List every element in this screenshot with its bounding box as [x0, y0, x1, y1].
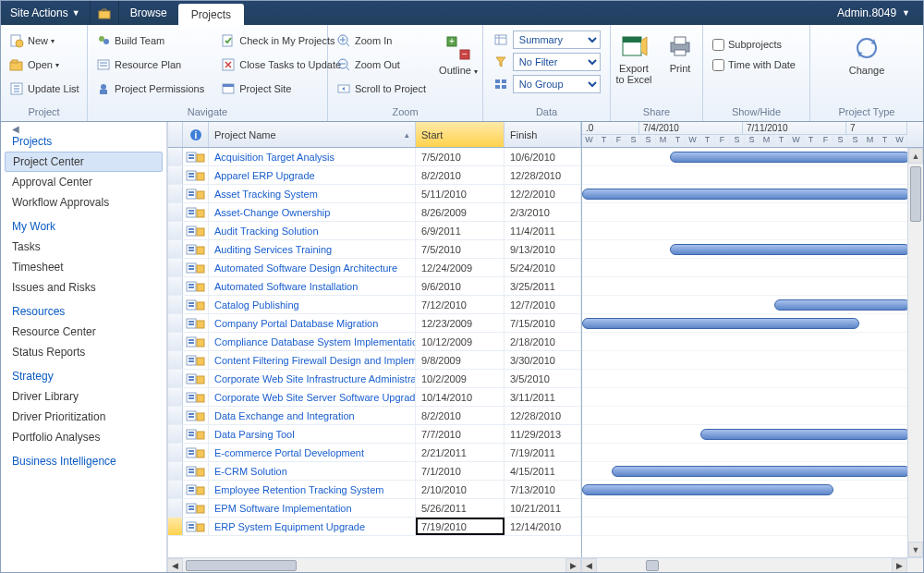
user-menu[interactable]: Admin.8049 ▼ — [824, 1, 923, 25]
table-row[interactable]: Employee Retention Tracking System2/10/2… — [168, 481, 581, 499]
time-with-date-checkbox[interactable]: Time with Date — [703, 55, 809, 75]
table-row[interactable]: Apparel ERP Upgrade8/2/201012/28/2010 — [168, 166, 581, 185]
sidebar-section-head[interactable]: Resources — [1, 298, 166, 322]
sidebar-section-head[interactable]: Projects — [1, 128, 166, 152]
start-cell[interactable]: 7/1/2010 — [416, 462, 505, 480]
start-cell[interactable]: 8/26/2009 — [416, 203, 505, 221]
sidebar-item[interactable]: Timesheet — [1, 257, 166, 277]
open-button[interactable]: Open▾ — [3, 55, 85, 75]
project-name-link[interactable]: Catalog Publishing — [209, 296, 416, 313]
finish-cell[interactable]: 3/25/2011 — [505, 277, 581, 295]
gantt-hscroll[interactable]: ◀ ▶ — [581, 558, 923, 573]
row-header[interactable] — [168, 499, 183, 517]
table-row[interactable]: Content Filtering Firewall Design and Im… — [168, 351, 581, 370]
row-header[interactable] — [168, 185, 183, 202]
project-name-link[interactable]: Audit Tracking Solution — [209, 222, 416, 239]
sidebar-item[interactable]: Portfolio Analyses — [1, 427, 166, 447]
finish-cell[interactable]: 3/30/2010 — [505, 351, 581, 369]
row-header[interactable] — [168, 407, 183, 424]
start-cell[interactable]: 10/12/2009 — [416, 333, 505, 350]
gantt-bar[interactable] — [582, 484, 833, 495]
sidebar-item[interactable]: Driver Prioritization — [1, 407, 166, 427]
row-header[interactable] — [168, 388, 183, 406]
sidebar-item[interactable]: Tasks — [1, 237, 166, 257]
table-row[interactable]: Corporate Web Site Server Software Upgra… — [168, 388, 581, 407]
start-cell[interactable]: 7/7/2010 — [416, 425, 505, 443]
collapse-sidebar-icon[interactable]: ◀ — [12, 124, 19, 134]
sidebar-item[interactable]: Driver Library — [1, 386, 166, 407]
finish-cell[interactable]: 7/19/2011 — [505, 444, 581, 461]
start-cell[interactable]: 7/12/2010 — [416, 296, 505, 313]
start-cell[interactable]: 8/2/2010 — [416, 407, 505, 424]
gantt-bar[interactable] — [670, 244, 910, 255]
gantt-bar[interactable] — [774, 299, 910, 311]
finish-cell[interactable]: 2/18/2010 — [505, 333, 581, 350]
view-select[interactable]: Summary — [513, 30, 601, 49]
row-header[interactable] — [168, 351, 183, 369]
table-row[interactable]: Asset Tracking System5/11/201012/2/2010 — [168, 185, 581, 203]
navigate-up-button[interactable] — [91, 1, 119, 25]
row-header[interactable] — [168, 222, 183, 239]
start-cell[interactable]: 2/21/2011 — [416, 444, 505, 461]
sidebar-item[interactable]: Project Center — [5, 152, 163, 172]
project-name-header[interactable]: Project Name ▴ — [209, 122, 416, 147]
print-button[interactable]: Print — [659, 27, 701, 104]
sidebar-section-head[interactable]: My Work — [1, 213, 166, 237]
finish-cell[interactable]: 12/7/2010 — [505, 296, 581, 313]
finish-cell[interactable]: 9/13/2010 — [505, 240, 581, 258]
scroll-right-icon[interactable]: ▶ — [892, 558, 907, 573]
sidebar-item[interactable]: Resource Center — [1, 322, 166, 342]
project-name-link[interactable]: Data Parsing Tool — [209, 425, 416, 443]
start-cell[interactable]: 9/8/2009 — [416, 351, 505, 369]
new-button[interactable]: New▾ — [3, 30, 85, 51]
table-row[interactable]: Compliance Database System Implementatio… — [168, 333, 581, 351]
gantt-bar[interactable] — [700, 429, 910, 440]
table-row[interactable]: Data Exchange and Integration8/2/201012/… — [168, 407, 581, 425]
row-header[interactable] — [168, 166, 183, 184]
row-header[interactable] — [168, 148, 183, 165]
gantt-bar[interactable] — [612, 466, 910, 477]
table-row[interactable]: Auditing Services Training7/5/20109/13/2… — [168, 240, 581, 259]
finish-cell[interactable]: 4/15/2011 — [505, 462, 581, 480]
start-cell[interactable]: 5/26/2011 — [416, 499, 505, 517]
finish-cell[interactable]: 11/29/2013 — [505, 425, 581, 443]
row-header[interactable] — [168, 333, 183, 350]
finish-cell[interactable]: 10/6/2010 — [505, 148, 581, 165]
project-name-link[interactable]: Acquisition Target Analysis — [209, 148, 416, 165]
finish-cell[interactable]: 7/13/2010 — [505, 481, 581, 498]
scroll-to-project-button[interactable]: Scroll to Project — [330, 79, 432, 99]
row-header[interactable] — [168, 462, 183, 480]
table-row[interactable]: Acquisition Target Analysis7/5/201010/6/… — [168, 148, 581, 166]
export-excel-button[interactable]: Export to Excel — [613, 27, 655, 104]
scroll-right-icon[interactable]: ▶ — [565, 558, 581, 573]
sidebar-item[interactable]: Approval Center — [1, 172, 166, 192]
finish-cell[interactable]: 10/21/2011 — [505, 499, 581, 517]
row-header[interactable] — [168, 240, 183, 258]
scroll-down-icon[interactable]: ▼ — [908, 542, 923, 557]
start-cell[interactable]: 6/9/2011 — [416, 222, 505, 239]
table-row[interactable]: EPM Software Implementation5/26/201110/2… — [168, 499, 581, 518]
project-name-link[interactable]: Corporate Web Site Infrastructure Admini… — [209, 370, 416, 387]
start-header[interactable]: Start — [416, 122, 505, 147]
finish-cell[interactable]: 3/5/2010 — [505, 370, 581, 387]
sidebar-item[interactable]: Issues and Risks — [1, 277, 166, 298]
finish-cell[interactable]: 3/11/2011 — [505, 388, 581, 406]
build-team-button[interactable]: Build Team — [90, 30, 211, 51]
project-name-link[interactable]: Automated Software Design Architecture — [209, 259, 416, 276]
grid-hscroll[interactable]: ◀ ▶ — [167, 558, 581, 573]
gantt-bar[interactable] — [670, 152, 910, 163]
table-row[interactable]: Corporate Web Site Infrastructure Admini… — [168, 370, 581, 388]
project-name-link[interactable]: Compliance Database System Implementatio… — [209, 333, 416, 350]
project-name-link[interactable]: Automated Software Installation — [209, 277, 416, 295]
project-name-link[interactable]: Company Portal Database Migration — [209, 314, 416, 332]
sidebar-section-head[interactable]: Business Intelligence — [1, 447, 166, 471]
start-cell[interactable]: 10/2/2009 — [416, 370, 505, 387]
filter-select[interactable]: No Filter — [513, 53, 601, 71]
project-permissions-button[interactable]: Project Permissions — [90, 79, 211, 99]
project-name-link[interactable]: ERP System Equipment Upgrade — [209, 518, 416, 535]
row-header[interactable] — [168, 314, 183, 332]
table-row[interactable]: Audit Tracking Solution6/9/201111/4/2011 — [168, 222, 581, 240]
row-header[interactable] — [168, 296, 183, 313]
table-row[interactable]: Catalog Publishing7/12/201012/7/2010 — [168, 296, 581, 314]
gantt-bar[interactable] — [582, 189, 910, 200]
